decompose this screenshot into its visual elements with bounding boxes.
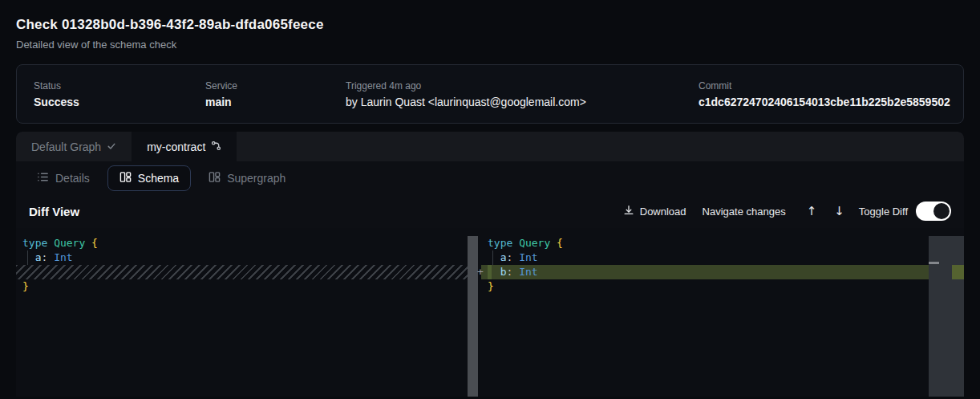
- status-value: Success: [34, 96, 205, 108]
- indent-guide: [27, 250, 28, 265]
- added-code-line: b: Int: [481, 265, 929, 279]
- code-line: type Query {: [16, 236, 478, 250]
- service-label: Service: [205, 80, 346, 92]
- previous-change-button[interactable]: ↑: [800, 204, 824, 218]
- code-line: type Query {: [481, 236, 929, 250]
- diff-toolbar: Diff View Download Navigate changes ↑ ↓ …: [16, 194, 964, 228]
- summary-triggered: Triggered 4m ago by Laurin Quast <laurin…: [346, 80, 699, 108]
- page-title: Check 01328b0d-b396-43f2-89ab-dfda065fee…: [16, 17, 964, 33]
- list-icon: [37, 171, 49, 185]
- page-subtitle: Detailed view of the schema check: [16, 39, 964, 51]
- overview-viewport-indicator: [929, 262, 939, 264]
- check-summary-card: Status Success Service main Triggered 4m…: [16, 64, 964, 124]
- graph-tabstrip: Default Graph my-contract: [16, 132, 964, 161]
- summary-service: Service main: [205, 80, 346, 108]
- diff-view-title: Diff View: [29, 205, 79, 218]
- indent-guide: [492, 250, 493, 265]
- panels-icon: [209, 171, 221, 185]
- tab-default-graph[interactable]: Default Graph: [16, 132, 132, 161]
- toggle-diff-switch[interactable]: [916, 202, 951, 221]
- diff-tools: Download Navigate changes ↑ ↓ Toggle Dif…: [623, 202, 951, 221]
- toggle-diff-label: Toggle Diff: [859, 206, 908, 218]
- insert-change-marker: +: [475, 265, 486, 279]
- summary-status: Status Success: [34, 80, 205, 108]
- switch-knob: [933, 203, 950, 219]
- diff-pane-after[interactable]: type Query { a: Int b: Int}: [481, 228, 929, 397]
- triggered-value: by Laurin Quast <laurinquast@googlemail.…: [346, 96, 699, 108]
- graph-tab-label: my-contract: [147, 140, 205, 153]
- view-tab-label: Schema: [138, 172, 179, 185]
- code-line: a: Int: [16, 250, 478, 265]
- triggered-label: Triggered 4m ago: [346, 80, 699, 92]
- page-header: Check 01328b0d-b396-43f2-89ab-dfda065fee…: [16, 0, 964, 51]
- left-pane-scrollbar[interactable]: [468, 236, 478, 397]
- download-icon: [623, 205, 634, 218]
- download-button[interactable]: Download: [623, 205, 686, 218]
- tab-details[interactable]: Details: [29, 165, 98, 191]
- commit-label: Commit: [699, 80, 963, 92]
- view-tabstrip: Details Schema: [16, 161, 964, 194]
- view-tab-label: Supergraph: [227, 172, 285, 185]
- panels-icon: [119, 171, 132, 185]
- service-value: main: [205, 96, 346, 108]
- code-line: a: Int: [481, 250, 929, 265]
- overview-added-marker: [952, 265, 964, 279]
- check-icon: [107, 140, 116, 153]
- summary-commit: Commit c1dc62724702406154013cbe11b225b2e…: [699, 80, 963, 108]
- contract-icon: [211, 140, 221, 153]
- code-line: }: [481, 279, 929, 294]
- code-line: }: [16, 279, 478, 294]
- view-tab-label: Details: [55, 172, 90, 185]
- graph-tab-label: Default Graph: [31, 140, 101, 153]
- next-change-button[interactable]: ↓: [828, 204, 851, 218]
- tab-my-contract[interactable]: my-contract: [132, 132, 237, 161]
- tab-schema[interactable]: Schema: [107, 165, 191, 191]
- diff-pane-before[interactable]: type Query { a: Int}: [16, 228, 478, 397]
- status-label: Status: [34, 80, 205, 92]
- right-pane-scrollbar[interactable]: [929, 236, 964, 397]
- tab-supergraph[interactable]: Supergraph: [200, 165, 294, 191]
- navigate-changes-label: Navigate changes: [703, 206, 786, 218]
- schema-diff-editor[interactable]: type Query { a: Int} type Query { a: Int…: [16, 228, 964, 397]
- commit-value: c1dc62724702406154013cbe11b225b2e5859502: [699, 96, 963, 108]
- schema-check-card: Default Graph my-contract: [16, 132, 964, 397]
- diff-filler-line: [16, 265, 478, 279]
- download-label: Download: [640, 206, 686, 218]
